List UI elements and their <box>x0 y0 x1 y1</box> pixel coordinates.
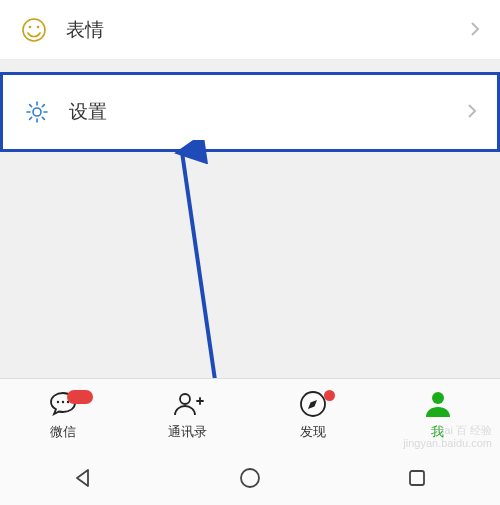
list-item-emoji-label: 表情 <box>66 17 470 43</box>
home-button[interactable] <box>220 466 280 490</box>
unread-badge <box>67 390 93 404</box>
emoji-icon <box>20 16 48 44</box>
tab-chat-label: 微信 <box>50 423 76 441</box>
svg-point-7 <box>61 401 63 403</box>
android-nav-bar <box>0 450 500 505</box>
svg-line-5 <box>182 152 215 380</box>
svg-point-2 <box>37 25 40 28</box>
watermark-line2: jingyan.baidu.com <box>403 437 492 450</box>
person-icon <box>424 388 452 420</box>
settings-highlight-box: 设置 <box>0 72 500 152</box>
watermark: Bai 百 经验 jingyan.baidu.com <box>403 424 492 450</box>
svg-point-1 <box>29 25 32 28</box>
back-button[interactable] <box>53 467 113 489</box>
annotation-arrow <box>110 140 230 394</box>
tab-discover-label: 发现 <box>300 423 326 441</box>
svg-point-11 <box>432 392 444 404</box>
list-item-settings-label: 设置 <box>69 99 467 125</box>
svg-point-3 <box>33 108 41 116</box>
svg-point-9 <box>180 394 190 404</box>
contacts-icon <box>171 388 205 420</box>
recent-apps-button[interactable] <box>387 468 447 488</box>
svg-point-0 <box>23 19 45 41</box>
list-item-settings[interactable]: 设置 <box>3 75 497 149</box>
chevron-right-icon <box>470 17 480 43</box>
list-item-emoji[interactable]: 表情 <box>0 0 500 60</box>
svg-point-12 <box>241 469 259 487</box>
tab-contacts-label: 通讯录 <box>168 423 207 441</box>
notification-dot <box>324 390 335 401</box>
tab-chat[interactable]: 微信 <box>0 388 125 441</box>
tab-contacts[interactable]: 通讯录 <box>125 388 250 441</box>
svg-rect-13 <box>410 471 424 485</box>
gear-icon <box>23 98 51 126</box>
svg-point-6 <box>56 401 58 403</box>
watermark-line1: Bai 百 经验 <box>403 424 492 437</box>
compass-icon <box>298 388 328 420</box>
tab-discover[interactable]: 发现 <box>250 388 375 441</box>
chevron-right-icon <box>467 99 477 125</box>
